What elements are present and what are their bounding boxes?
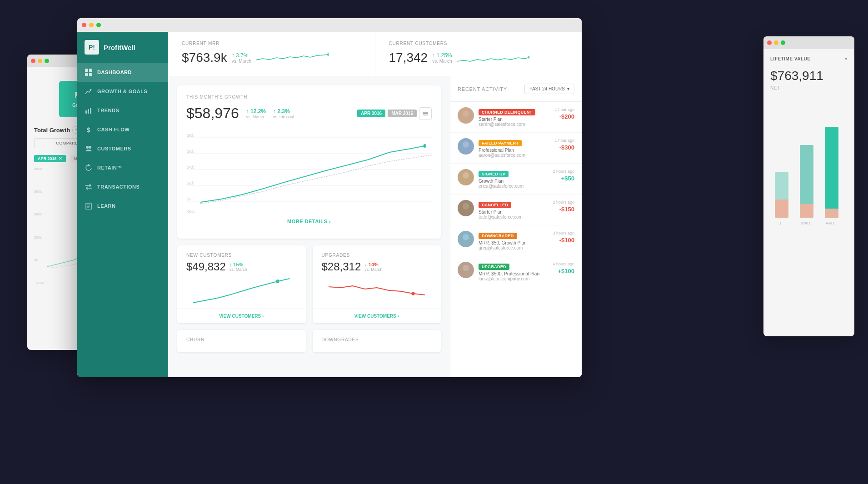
sidebar-item-label: DASHBOARD [97,70,132,75]
upgrades-card: UPGRADES $28,312 ↓ 14% vs. March [313,245,441,323]
activity-time: 3 hours ago [553,231,574,235]
chart-options-btn[interactable] [419,107,432,120]
svg-rect-5 [825,209,838,218]
chevron-down-icon[interactable]: ▾ [845,56,848,62]
minimize-dot [774,40,778,45]
status-badge: CHURNED DELINQUENT [479,109,535,115]
svg-rect-15 [88,109,89,114]
close-dot [82,23,86,27]
sidebar-item-trends[interactable]: TRENDS [77,101,168,120]
growth-header: $58,976 ↑ 12.2% vs. March ↑ 2.3% vs. the… [186,105,432,122]
new-customers-label: NEW CUSTOMERS [186,253,297,258]
activity-plan: Starter Plan [479,210,548,215]
status-badge: FAILED PAYMENT [479,140,522,146]
avatar [458,107,474,124]
apr-badge: APR 2016 [357,110,385,117]
chart-y-label: −$20k [34,281,44,285]
growth-icon [85,87,93,95]
list-item: CHURNED DELINQUENT Starter Plan sarah@sa… [450,102,582,133]
upgrades-label: UPGRADES [322,253,432,258]
chart-y-label: $60k [34,190,44,194]
svg-text:$20k: $20k [187,181,195,185]
churn-card: CHURN [177,330,306,352]
minimize-dot [38,59,42,63]
chevron-down-icon: ▾ [567,86,569,91]
apr-badge[interactable]: APR 2016 ✕ [34,155,66,162]
svg-point-41 [423,144,426,148]
svg-rect-14 [85,110,87,114]
activity-email: sarah@salesforce.com [479,122,550,127]
view-upgrades-btn[interactable]: VIEW CUSTOMERS › [313,309,441,323]
sidebar-item-cashflow[interactable]: $ CASH FLOW [77,120,168,139]
list-item: SIGNED UP Growth Plan erica@salesforce.c… [450,164,582,195]
status-badge: SIGNED UP [479,171,509,177]
sidebar: P! ProfitWell DASHBOARD GROWTH & GOALS [77,32,168,377]
sidebar-item-label: TRENDS [97,108,119,113]
activity-plan: Growth Plan [479,179,548,184]
chart-y-label: $0 [34,258,44,262]
sidebar-nav: DASHBOARD GROWTH & GOALS TRENDS $ CA [77,63,168,215]
sidebar-item-customers[interactable]: CUSTOMERS [77,139,168,158]
mrr-sparkline [256,49,329,67]
activity-time: 1 hour ago [555,138,574,143]
lifetime-net-label: NET [770,85,848,90]
metric-mrr-change: ↑ 3.7% [232,52,251,59]
activity-filter-btn[interactable]: PAST 24 HOURS ▾ [524,84,574,94]
activity-plan: MRR: $500, Professional Plan [479,271,548,276]
sidebar-item-learn[interactable]: LEARN [77,196,168,215]
metric-customers-value: 17,342 ↑ 1.25% vs. March [389,49,569,67]
activity-time: 2 hours ago [553,169,574,174]
svg-point-43 [411,292,414,295]
logo-text: ProfitWell [104,44,135,51]
sidebar-item-growth[interactable]: GROWTH & GOALS [77,82,168,101]
view-new-customers-btn[interactable]: VIEW CUSTOMERS › [177,309,306,323]
activity-header: RECENT ACTIVITY PAST 24 HOURS ▾ [450,76,582,102]
avatar [458,169,474,185]
svg-text:$60k: $60k [187,149,195,154]
avatar [458,231,474,247]
upgrades-value: $28,312 [322,260,361,273]
list-item: FAILED PAYMENT Professional Plan aaron@s… [450,133,582,164]
sidebar-item-transactions[interactable]: TRANSACTIONS [77,177,168,196]
lifetime-value-label: LIFETIME VALUE [770,56,810,61]
svg-rect-9 [85,69,88,72]
dashboard-icon [85,68,93,76]
activity-amount: -$100 [559,237,574,244]
activity-amount: +$100 [558,268,574,274]
sidebar-item-label: LEARN [97,203,115,209]
svg-point-49 [463,172,469,179]
status-badge: CANCELLED [479,202,511,208]
maximize-dot [45,59,49,63]
svg-point-53 [463,234,469,240]
activity-title: RECENT ACTIVITY [458,86,507,92]
sidebar-item-dashboard[interactable]: DASHBOARD [77,63,168,82]
sidebar-item-label: CUSTOMERS [97,146,131,151]
cashflow-icon: $ [85,125,93,134]
sidebar-item-retain[interactable]: RETAIN™ [77,158,168,177]
more-details-btn[interactable]: MORE DETAILS › [186,213,432,230]
new-customers-change: ↑ 15% [229,262,247,267]
activity-plan: Starter Plan [479,117,550,122]
svg-rect-10 [89,69,92,72]
chart-y-label: $80k [34,167,44,171]
churn-label: CHURN [186,337,297,342]
close-icon[interactable]: ✕ [59,156,62,161]
close-dot [767,40,772,45]
customers-sparkline [457,49,529,67]
customers-icon [85,145,93,153]
svg-text:$40k: $40k [187,165,195,170]
transactions-icon [85,183,93,191]
mar-badge: MAR 2016 [388,110,417,117]
status-badge: DOWNGRADED [479,233,517,239]
logo-icon: P! [85,40,99,55]
growth-card: THIS MONTH'S GROWTH $58,976 ↑ 12.2% vs. … [177,85,441,239]
svg-rect-3 [800,204,813,218]
metric-mrr-value: $763.9k ↑ 3.7% vs. March [182,49,361,67]
svg-rect-12 [89,73,92,76]
svg-point-18 [89,146,91,149]
chart-y-label: $20k [34,235,44,240]
close-dot [31,59,35,63]
activity-email: aaron@salesforce.com [479,153,550,158]
svg-rect-1 [775,200,788,218]
chart-y-label: $40k [34,212,44,216]
